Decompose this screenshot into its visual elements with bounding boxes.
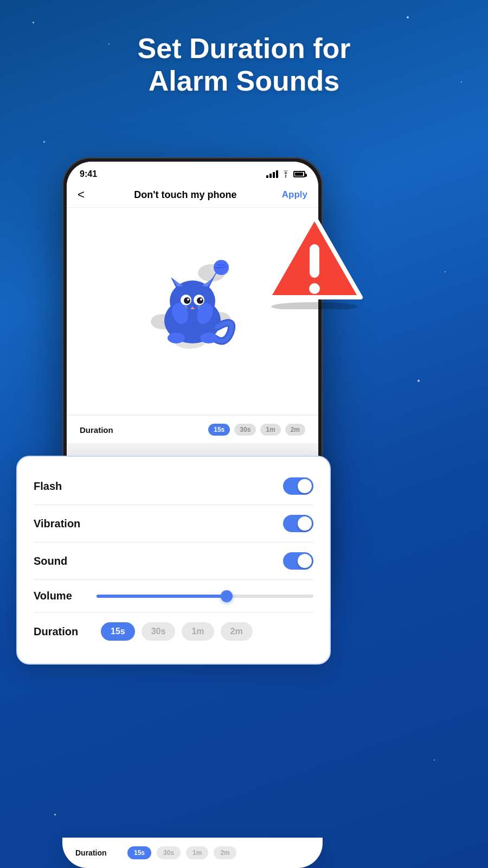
settings-card: Flash Vibration Sound Volume Duration 15… xyxy=(16,456,331,665)
phone-duration-label: Duration xyxy=(80,425,113,435)
status-bar: 9:41 xyxy=(67,162,318,182)
svg-point-18 xyxy=(187,298,189,301)
chip-30s[interactable]: 30s xyxy=(142,622,176,641)
svg-point-0 xyxy=(285,176,286,177)
nav-title: Don't touch my phone xyxy=(89,189,282,201)
svg-point-25 xyxy=(168,333,185,343)
bottom-chip-1m[interactable]: 1m xyxy=(186,846,208,859)
wifi-icon xyxy=(281,170,291,178)
bottom-duration-label: Duration xyxy=(75,848,119,857)
sound-row: Sound xyxy=(34,542,313,580)
phone-duration-row: Duration 15s 30s 1m 2m xyxy=(80,416,305,443)
phone-chip-1m[interactable]: 1m xyxy=(260,424,280,436)
status-time: 9:41 xyxy=(80,169,97,179)
signal-icon xyxy=(266,170,278,178)
phone-chip-2m[interactable]: 2m xyxy=(285,424,305,436)
svg-point-29 xyxy=(271,302,358,309)
volume-fill xyxy=(97,595,227,598)
warning-triangle xyxy=(260,212,369,309)
bottom-duration-chips: 15s 30s 1m 2m xyxy=(127,846,236,859)
svg-point-33 xyxy=(309,283,320,294)
flash-label: Flash xyxy=(34,480,62,493)
flash-row: Flash xyxy=(34,468,313,505)
svg-point-19 xyxy=(200,298,202,301)
svg-point-17 xyxy=(197,297,203,304)
chip-1m[interactable]: 1m xyxy=(182,622,214,641)
bottom-phone-peek: Duration 15s 30s 1m 2m xyxy=(62,838,323,868)
volume-label: Volume xyxy=(34,590,88,602)
svg-point-16 xyxy=(184,297,190,304)
volume-row: Volume xyxy=(34,580,313,612)
vibration-label: Vibration xyxy=(34,518,80,530)
vibration-row: Vibration xyxy=(34,505,313,542)
flash-toggle-knob xyxy=(298,479,312,493)
phone-chip-30s[interactable]: 30s xyxy=(234,424,256,436)
phone-duration-chips: 15s 30s 1m 2m xyxy=(208,424,305,436)
nav-bar: < Don't touch my phone Apply xyxy=(67,182,318,208)
duration-label: Duration xyxy=(34,626,93,638)
phone-inner-settings: Duration 15s 30s 1m 2m xyxy=(67,416,318,443)
bottom-chip-2m[interactable]: 2m xyxy=(214,846,236,859)
sound-toggle-knob xyxy=(298,554,312,568)
page-title: Set Duration for Alarm Sounds xyxy=(0,33,488,98)
sound-label: Sound xyxy=(34,555,67,567)
bottom-chip-30s[interactable]: 30s xyxy=(157,846,181,859)
vibration-toggle-knob xyxy=(298,516,312,531)
chip-2m[interactable]: 2m xyxy=(221,622,253,641)
status-icons xyxy=(266,170,305,178)
phone-chip-15s[interactable]: 15s xyxy=(208,424,230,436)
svg-rect-32 xyxy=(310,244,319,278)
bottom-duration-row: Duration 15s 30s 1m 2m xyxy=(75,846,310,859)
duration-row: Duration 15s 30s 1m 2m xyxy=(34,612,313,650)
volume-slider-track[interactable] xyxy=(97,595,313,598)
flash-toggle[interactable] xyxy=(283,477,313,495)
sound-toggle[interactable] xyxy=(283,552,313,570)
warning-icon-container xyxy=(260,212,369,309)
back-button[interactable]: < xyxy=(78,188,85,202)
duration-chips: 15s 30s 1m 2m xyxy=(101,622,253,641)
bottom-chip-15s[interactable]: 15s xyxy=(127,846,151,859)
apply-button[interactable]: Apply xyxy=(282,189,307,200)
volume-slider-thumb[interactable] xyxy=(221,590,233,602)
battery-icon xyxy=(293,171,305,177)
svg-point-26 xyxy=(200,333,217,343)
cat-mascot xyxy=(136,257,249,365)
vibration-toggle[interactable] xyxy=(283,515,313,532)
chip-15s[interactable]: 15s xyxy=(101,622,135,641)
